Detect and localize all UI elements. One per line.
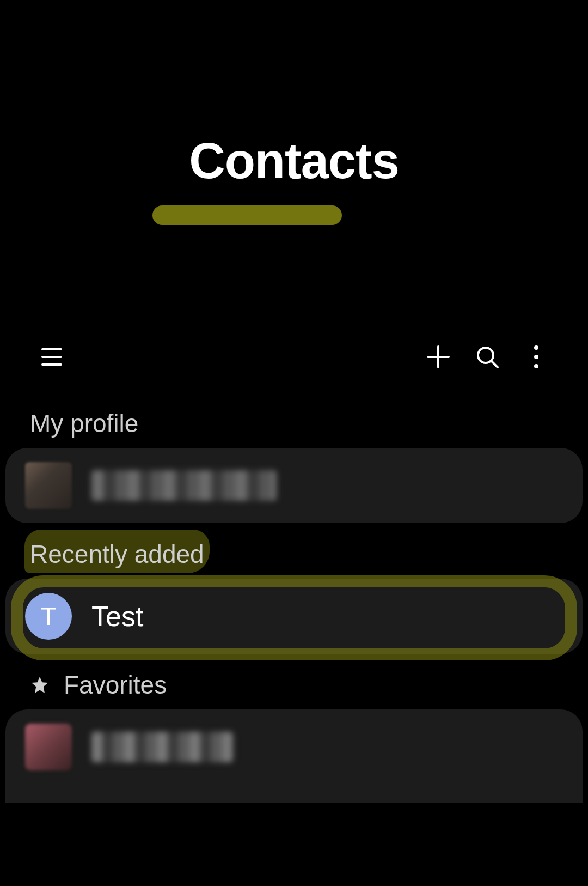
more-vertical-icon [533,344,540,369]
section-label-recently-added: Recently added [0,523,588,579]
favorite-name-redacted [91,732,233,762]
menu-icon [41,348,62,366]
avatar: T [25,593,72,640]
search-icon [475,344,500,369]
section-label-favorites: Favorites [0,654,588,709]
search-button[interactable] [463,332,512,381]
star-icon [30,675,50,695]
page-title: Contacts [189,132,399,190]
contact-name: Test [91,600,143,633]
header-region: Contacts [0,0,588,321]
avatar [25,724,72,770]
svg-point-5 [534,355,538,359]
title-underline-annotation [152,205,342,225]
avatar [25,462,72,509]
plus-icon [426,344,451,369]
contacts-screen: Contacts [0,0,588,886]
svg-point-4 [534,345,538,350]
toolbar [0,321,588,392]
favorites-label-text: Favorites [64,670,167,700]
profile-name-redacted [91,470,277,501]
avatar-letter: T [41,602,56,631]
favorite-contact-card[interactable] [5,709,583,803]
svg-point-6 [534,364,538,368]
add-contact-button[interactable] [414,332,463,381]
section-label-my-profile: My profile [0,392,588,448]
more-options-button[interactable] [512,332,561,381]
recently-added-section: Recently added T Test [0,523,588,654]
svg-line-3 [492,361,498,367]
menu-button[interactable] [27,332,76,381]
my-profile-card[interactable] [5,448,583,523]
recently-added-contact-card[interactable]: T Test [5,579,583,654]
